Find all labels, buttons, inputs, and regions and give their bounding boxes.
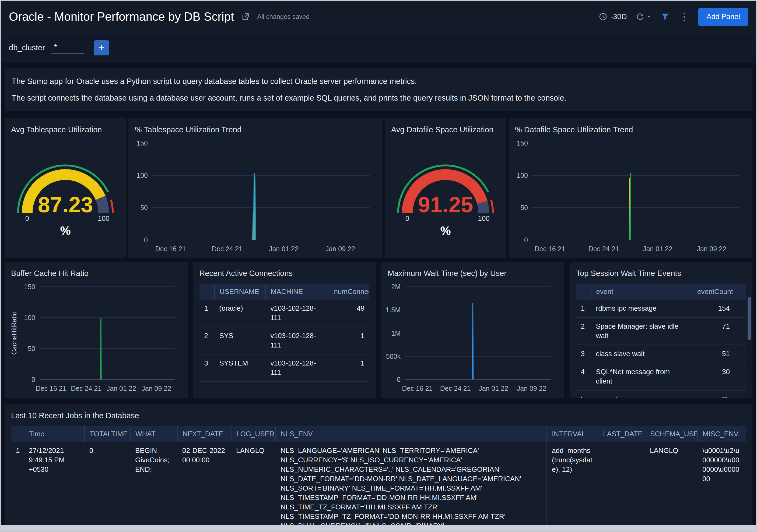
svg-text:100: 100 <box>98 214 109 222</box>
svg-text:Jan 09 22: Jan 09 22 <box>325 245 355 253</box>
svg-text:100: 100 <box>24 314 35 322</box>
table-row[interactable]: 2 SYS v103-102-128-111 1 <box>199 327 370 354</box>
cell-event: class slave wait <box>591 345 692 363</box>
refresh-control[interactable] <box>636 13 651 21</box>
scrollbar-thumb[interactable] <box>747 297 751 340</box>
filter-icon[interactable] <box>661 12 670 21</box>
panel-title: % Tablespace Utilization Trend <box>135 125 376 134</box>
svg-text:Jan 09 22: Jan 09 22 <box>517 385 546 392</box>
svg-text:Jan 09 22: Jan 09 22 <box>141 385 171 392</box>
table-row[interactable]: 4 SQL*Net message from client 30 <box>576 363 746 390</box>
time-range-control[interactable]: -30D <box>599 13 627 21</box>
cell-eventcount: 30 <box>692 363 746 390</box>
table-row[interactable]: 1 (oracle) v103-102-128-111 49 <box>199 300 370 327</box>
svg-text:Dec 16 21: Dec 16 21 <box>534 245 565 253</box>
svg-text:Dec 24 21: Dec 24 21 <box>440 385 471 392</box>
svg-text:0: 0 <box>25 214 29 222</box>
line-chart-max-wait[interactable]: 0500k1M1.5M2MDec 16 21Dec 24 21Jan 01 22… <box>385 282 560 395</box>
cell-machine: v103-102-128-111 <box>266 327 329 354</box>
time-range-label: -30D <box>611 13 627 21</box>
svg-text:0: 0 <box>144 236 148 244</box>
cell-totaltime: 0 <box>84 442 130 532</box>
vertical-scrollbar[interactable] <box>747 297 751 395</box>
col-index <box>11 426 24 442</box>
col-interval: INTERVAL <box>547 426 598 442</box>
window-bottom-edge <box>1 525 756 531</box>
cell-misc-env: \u0001\u2\u000000\u000000\u000000 <box>698 442 746 532</box>
row-index: 3 <box>199 354 215 382</box>
svg-text:CacheHitRatio: CacheHitRatio <box>10 311 18 354</box>
svg-text:150: 150 <box>24 283 35 291</box>
cell-numconnects: 49 <box>329 300 370 327</box>
panel-title: Recent Active Connections <box>199 269 370 278</box>
col-numconnects: numConnects <box>329 284 370 300</box>
cell-interval: add_months(trunc(sysdate), 12) <box>547 442 598 532</box>
gauge-chart-tablespace[interactable]: 87.230100 <box>11 144 120 222</box>
add-panel-button[interactable]: Add Panel <box>698 8 748 26</box>
refresh-icon <box>636 13 645 21</box>
cell-time: 27/12/2021 9:49:15 PM +0530 <box>24 442 84 532</box>
panel-datafile-trend: % Datafile Space Utilization Trend 05010… <box>508 118 752 258</box>
cell-last-date <box>598 442 645 532</box>
clock-icon <box>599 13 607 21</box>
cell-event: pmon timer <box>591 390 692 398</box>
gauge-chart-datafile[interactable]: 91.250100 <box>391 144 500 222</box>
col-machine: MACHINE <box>266 284 329 300</box>
description-line-2: The script connects the database using a… <box>12 93 745 103</box>
svg-text:Jan 01 22: Jan 01 22 <box>479 385 508 392</box>
panel-tablespace-trend: % Tablespace Utilization Trend 050100150… <box>128 118 382 258</box>
kebab-menu-icon[interactable]: ⋮ <box>679 12 689 22</box>
svg-text:100: 100 <box>517 172 528 179</box>
chevron-down-icon <box>646 14 651 19</box>
svg-text:500k: 500k <box>386 352 401 360</box>
svg-text:87.23: 87.23 <box>38 192 93 217</box>
cell-nls-env: NLS_LANGUAGE='AMERICAN' NLS_TERRITORY='A… <box>276 442 547 532</box>
col-totaltime: TOTALTIME <box>84 426 130 442</box>
db-cluster-input[interactable]: * <box>51 42 84 54</box>
line-chart-tablespace-trend[interactable]: 050100150Dec 16 21Dec 24 21Jan 01 22Jan … <box>132 139 379 255</box>
row-index: 2 <box>576 317 591 345</box>
cell-event: rdbms ipc message <box>591 300 692 317</box>
cell-username: (oracle) <box>215 300 266 327</box>
svg-text:Jan 01 22: Jan 01 22 <box>269 245 298 253</box>
svg-text:100: 100 <box>478 214 489 222</box>
cell-next-date: 02-DEC-2022 00:00:00 <box>177 442 231 532</box>
cell-eventcount: 71 <box>692 317 746 345</box>
svg-text:Dec 24 21: Dec 24 21 <box>71 385 102 392</box>
svg-text:Dec 24 21: Dec 24 21 <box>589 245 619 253</box>
table-row[interactable]: 3 class slave wait 51 <box>576 345 746 363</box>
add-filter-button[interactable]: + <box>94 40 109 55</box>
col-schema-user: SCHEMA_USER <box>645 426 698 442</box>
table-row[interactable]: 1 27/12/2021 9:49:15 PM +0530 0 BEGIN Gi… <box>11 442 746 532</box>
wait-events-table: event eventCount 1 rdbms ipc message 154… <box>576 284 746 398</box>
panel-title: Avg Datafile Space Utilization <box>391 125 500 134</box>
cell-numconnects: 1 <box>329 327 370 354</box>
table-row[interactable]: 1 rdbms ipc message 154 <box>576 300 746 317</box>
svg-text:Jan 01 22: Jan 01 22 <box>106 385 136 392</box>
svg-text:50: 50 <box>520 204 528 211</box>
table-header-row: USERNAME MACHINE numConnects <box>199 284 370 300</box>
table-row[interactable]: 2 Space Manager: slave idle wait 71 <box>576 317 746 345</box>
svg-text:1M: 1M <box>391 329 401 337</box>
svg-text:0: 0 <box>524 236 528 244</box>
col-next-date: NEXT_DATE <box>177 426 231 442</box>
panel-title: Avg Tablespace Utilization <box>11 125 120 134</box>
table-row[interactable]: 3 SYSTEM v103-102-128-111 1 <box>199 354 370 382</box>
svg-text:2M: 2M <box>391 283 401 291</box>
line-chart-buffer-cache[interactable]: 050100150Dec 16 21Dec 24 21Jan 01 22Jan … <box>8 282 184 395</box>
panel-avg-datafile: Avg Datafile Space Utilization 91.250100… <box>385 118 506 258</box>
filter-bar: db_cluster * + <box>1 33 756 63</box>
cell-event: SQL*Net message from client <box>591 363 692 390</box>
line-chart-datafile-trend[interactable]: 050100150Dec 16 21Dec 24 21Jan 01 22Jan … <box>512 139 749 255</box>
share-icon[interactable] <box>241 12 250 21</box>
svg-text:1.5M: 1.5M <box>385 306 401 314</box>
top-bar-actions: -30D ⋮ Add Panel <box>599 8 748 26</box>
cell-log-user: LANGLQ <box>231 442 276 532</box>
svg-text:Jan 01 22: Jan 01 22 <box>643 245 673 253</box>
gauge-unit-label: % <box>60 224 71 238</box>
table-row[interactable]: 5 pmon timer 25 <box>576 390 746 398</box>
panel-title: Buffer Cache Hit Ratio <box>11 269 181 278</box>
col-username: USERNAME <box>215 284 266 300</box>
cell-eventcount: 154 <box>692 300 746 317</box>
col-index <box>199 284 215 300</box>
